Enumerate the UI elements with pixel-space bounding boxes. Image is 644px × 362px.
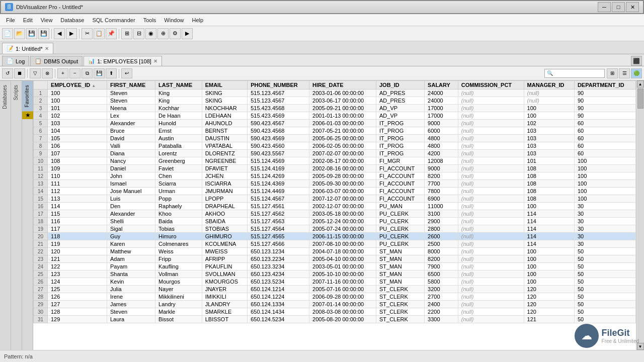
cell-commission_pct[interactable]: (null) bbox=[458, 203, 524, 210]
cell-manager_id[interactable]: 103 bbox=[524, 150, 574, 157]
cell-commission_pct[interactable]: (null) bbox=[458, 150, 524, 157]
cell-salary[interactable]: 6500 bbox=[425, 270, 458, 278]
cell-first_name[interactable]: Steven bbox=[107, 308, 155, 316]
cell-phone_number[interactable]: 650.123.5234 bbox=[248, 278, 309, 286]
cell-job_id[interactable]: PU_CLERK bbox=[376, 240, 425, 248]
grid-undo[interactable]: ↩ bbox=[121, 68, 132, 78]
cell-salary[interactable]: 2400 bbox=[425, 301, 458, 308]
cell-last_name[interactable]: Markle bbox=[155, 308, 202, 316]
cell-manager_id[interactable]: (null) bbox=[524, 89, 574, 97]
cell-employee_id[interactable]: 122 bbox=[48, 263, 107, 270]
cell-first_name[interactable]: Valli bbox=[107, 142, 155, 150]
cell-email[interactable]: PKAUFLIN bbox=[202, 263, 247, 270]
tab-dbms-output[interactable]: 📋 DBMS Output bbox=[30, 56, 83, 66]
cell-department_id[interactable]: 100 bbox=[574, 195, 635, 203]
cell-first_name[interactable]: James bbox=[107, 301, 155, 308]
cell-phone_number[interactable]: 515.127.4565 bbox=[248, 233, 309, 240]
cell-first_name[interactable]: Payam bbox=[107, 263, 155, 270]
cell-email[interactable]: SBAIDA bbox=[202, 218, 247, 225]
cell-salary[interactable]: 12008 bbox=[425, 157, 458, 165]
toolbar-new[interactable]: 📄 bbox=[2, 28, 13, 39]
cell-employee_id[interactable]: 110 bbox=[48, 172, 107, 180]
cell-employee_id[interactable]: 109 bbox=[48, 165, 107, 172]
cell-first_name[interactable]: Nancy bbox=[107, 157, 155, 165]
cell-first_name[interactable]: Ismael bbox=[107, 180, 155, 188]
minimize-button[interactable]: ─ bbox=[598, 2, 611, 12]
cell-job_id[interactable]: FI_MGR bbox=[376, 157, 425, 165]
cell-hire_date[interactable]: 2007-01-14 00:00:00 bbox=[309, 301, 376, 308]
col-manager[interactable]: MANAGER_ID bbox=[524, 81, 574, 89]
cell-department_id[interactable]: 30 bbox=[574, 210, 635, 218]
cell-employee_id[interactable]: 114 bbox=[48, 203, 107, 210]
cell-commission_pct[interactable]: (null) bbox=[458, 127, 524, 135]
cell-hire_date[interactable]: 2003-01-06 00:00:00 bbox=[309, 89, 376, 97]
cell-salary[interactable]: 3100 bbox=[425, 210, 458, 218]
grid-view1[interactable]: ⊞ bbox=[607, 68, 618, 78]
cell-department_id[interactable]: 100 bbox=[574, 157, 635, 165]
table-row[interactable]: 29127JamesLandryJLANDRY650.124.13342007-… bbox=[34, 301, 636, 308]
cell-salary[interactable]: 5800 bbox=[425, 278, 458, 286]
grid-delete[interactable]: − bbox=[69, 68, 80, 78]
cell-first_name[interactable]: John bbox=[107, 172, 155, 180]
cell-commission_pct[interactable]: (null) bbox=[458, 188, 524, 195]
table-row[interactable]: 19117SigalTobiasSTOBIAS515.127.45642005-… bbox=[34, 225, 636, 233]
cell-job_id[interactable]: IT_PROG bbox=[376, 142, 425, 150]
cell-commission_pct[interactable]: (null) bbox=[458, 89, 524, 97]
cell-salary[interactable]: 24000 bbox=[425, 97, 458, 105]
cell-first_name[interactable]: Alexander bbox=[107, 210, 155, 218]
cell-salary[interactable]: 9000 bbox=[425, 120, 458, 127]
toolbar-btn7[interactable]: ◉ bbox=[145, 28, 156, 39]
cell-salary[interactable]: 11000 bbox=[425, 203, 458, 210]
table-row[interactable]: 6104BruceErnstBERNST590.423.45682007-05-… bbox=[34, 127, 636, 135]
cell-email[interactable]: LBISSOT bbox=[202, 316, 247, 323]
cell-salary[interactable]: 3300 bbox=[425, 316, 458, 323]
cell-last_name[interactable]: De Haan bbox=[155, 112, 202, 120]
cell-email[interactable]: BERNST bbox=[202, 127, 247, 135]
table-row[interactable]: 23121AdamFrippAFRIPP650.123.22342005-04-… bbox=[34, 255, 636, 263]
cell-department_id[interactable]: 50 bbox=[574, 278, 635, 286]
table-row[interactable]: 30128StevenMarkleSMARKLE650.124.14342008… bbox=[34, 308, 636, 316]
cell-phone_number[interactable]: 515.124.4269 bbox=[248, 172, 309, 180]
cell-commission_pct[interactable]: (null) bbox=[458, 316, 524, 323]
col-last-name[interactable]: LAST_NAME bbox=[155, 81, 202, 89]
table-row[interactable]: 11109DanielFavietDFAVIET515.124.41692002… bbox=[34, 165, 636, 172]
cell-salary[interactable]: 7700 bbox=[425, 180, 458, 188]
cell-employee_id[interactable]: 100 bbox=[48, 97, 107, 105]
cell-hire_date[interactable]: 2006-11-15 00:00:00 bbox=[309, 233, 376, 240]
grid-add[interactable]: + bbox=[57, 68, 68, 78]
table-row[interactable]: 4102LexDe HaanLDEHAAN515.423.45692001-01… bbox=[34, 112, 636, 120]
cell-email[interactable]: JLANDRY bbox=[202, 301, 247, 308]
cell-commission_pct[interactable]: (null) bbox=[458, 218, 524, 225]
cell-salary[interactable]: 2900 bbox=[425, 218, 458, 225]
cell-first_name[interactable]: David bbox=[107, 135, 155, 142]
cell-email[interactable]: DFAVIET bbox=[202, 165, 247, 172]
close-button[interactable]: ✕ bbox=[626, 2, 639, 12]
cell-commission_pct[interactable]: (null) bbox=[458, 157, 524, 165]
menu-database[interactable]: Database bbox=[56, 16, 88, 24]
cell-hire_date[interactable]: 2005-07-16 00:00:00 bbox=[309, 286, 376, 293]
cell-manager_id[interactable]: 100 bbox=[524, 105, 574, 112]
cell-last_name[interactable]: Weiss bbox=[155, 248, 202, 255]
col-job-id[interactable]: JOB_ID bbox=[376, 81, 425, 89]
cell-phone_number[interactable]: 590.423.4560 bbox=[248, 142, 309, 150]
table-row[interactable]: 20118GuyHimuroGHIMURO515.127.45652006-11… bbox=[34, 233, 636, 240]
cell-commission_pct[interactable]: (null) bbox=[458, 240, 524, 248]
table-row[interactable]: 2100StevenKingSKING515.123.45672003-06-1… bbox=[34, 97, 636, 105]
cell-manager_id[interactable]: 108 bbox=[524, 172, 574, 180]
cell-job_id[interactable]: ST_CLERK bbox=[376, 308, 425, 316]
cell-salary[interactable]: 4200 bbox=[425, 150, 458, 157]
cell-salary[interactable]: 7800 bbox=[425, 188, 458, 195]
table-row[interactable]: 12110JohnChenJCHEN515.124.42692005-09-28… bbox=[34, 172, 636, 180]
cell-job_id[interactable]: ST_MAN bbox=[376, 278, 425, 286]
grid-view2[interactable]: ☰ bbox=[619, 68, 630, 78]
col-hire-date[interactable]: HIRE_DATE bbox=[309, 81, 376, 89]
cell-salary[interactable]: 24000 bbox=[425, 89, 458, 97]
cell-job_id[interactable]: AD_PRES bbox=[376, 97, 425, 105]
cell-employee_id[interactable]: 115 bbox=[48, 210, 107, 218]
cell-salary[interactable]: 2600 bbox=[425, 233, 458, 240]
cell-first_name[interactable]: Shelli bbox=[107, 218, 155, 225]
cell-manager_id[interactable]: 108 bbox=[524, 188, 574, 195]
col-commission[interactable]: COMMISSION_PCT bbox=[458, 81, 524, 89]
cell-first_name[interactable]: Karen bbox=[107, 240, 155, 248]
cell-manager_id[interactable]: 114 bbox=[524, 240, 574, 248]
